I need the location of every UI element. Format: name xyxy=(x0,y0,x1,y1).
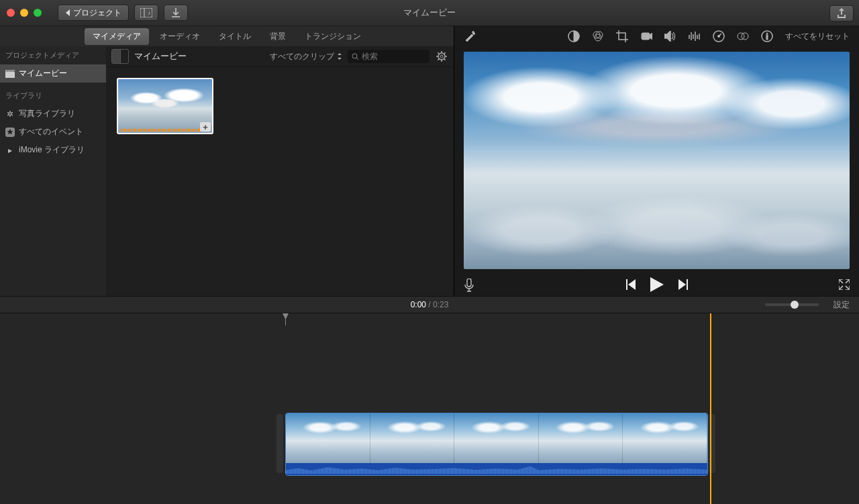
voiceover-button[interactable] xyxy=(464,279,476,291)
sidebar-item-imovie-library[interactable]: ▸ iMovie ライブラリ xyxy=(0,141,106,159)
disclosure-right-icon: ▸ xyxy=(5,146,15,155)
sidebar-header-library: ライブラリ xyxy=(0,87,106,105)
stabilization-button[interactable] xyxy=(640,30,652,42)
zoom-slider[interactable] xyxy=(765,303,819,306)
clapper-icon xyxy=(5,69,15,79)
preview-viewer[interactable] xyxy=(464,52,850,269)
svg-line-6 xyxy=(356,58,358,60)
filter-button[interactable] xyxy=(737,30,749,42)
crop-button[interactable] xyxy=(616,30,628,42)
titlebar: プロジェクト ♪ マイムービー xyxy=(0,0,859,26)
svg-point-27 xyxy=(766,33,768,34)
timeline-settings-button[interactable]: 設定 xyxy=(833,299,850,311)
svg-rect-29 xyxy=(467,279,471,287)
svg-rect-0 xyxy=(140,8,152,17)
sidebar-header-project-media: プロジェクトメディア xyxy=(0,46,106,64)
clips-grid: + xyxy=(106,67,454,145)
noise-reduction-button[interactable] xyxy=(689,30,701,42)
color-balance-button[interactable] xyxy=(568,30,580,42)
star-icon xyxy=(5,128,15,137)
playhead[interactable] xyxy=(710,313,711,504)
viewer-panel: すべてをリセット xyxy=(454,26,859,296)
updown-icon xyxy=(337,53,342,60)
tab-my-media[interactable]: マイメディア xyxy=(85,28,149,45)
prev-button[interactable] xyxy=(625,279,636,290)
sidebar-toggle[interactable] xyxy=(111,49,129,64)
close-window[interactable] xyxy=(7,9,15,17)
sidebar-item-label: iMovie ライブラリ xyxy=(19,144,85,156)
adjustment-toolbar: すべてをリセット xyxy=(454,26,859,46)
flower-icon: ✲ xyxy=(5,109,15,119)
filter-label: すべてのクリップ xyxy=(270,51,334,62)
svg-point-5 xyxy=(352,54,357,58)
playhead-start-marker[interactable] xyxy=(285,313,286,325)
svg-line-16 xyxy=(444,52,446,54)
svg-point-20 xyxy=(595,34,601,41)
timeline[interactable] xyxy=(0,313,859,504)
svg-line-14 xyxy=(444,59,446,60)
zoom-window[interactable] xyxy=(34,9,42,17)
search-placeholder: 検索 xyxy=(362,51,378,62)
enhance-button[interactable] xyxy=(464,30,476,42)
tab-titles[interactable]: タイトル xyxy=(211,28,259,45)
clip-filter-dropdown[interactable]: すべてのクリップ xyxy=(270,51,342,62)
playback-controls xyxy=(454,273,859,296)
reset-all-button[interactable]: すべてをリセット xyxy=(785,31,850,42)
clip-browser: マイムービー すべてのクリップ 検索 xyxy=(106,46,454,296)
current-time: 0:00 xyxy=(411,300,426,309)
svg-line-13 xyxy=(438,52,439,54)
svg-rect-3 xyxy=(5,72,15,78)
play-button[interactable] xyxy=(650,277,664,292)
import-button[interactable] xyxy=(164,5,188,21)
tab-audio[interactable]: オーディオ xyxy=(152,28,208,45)
svg-point-23 xyxy=(718,36,720,38)
svg-text:♪: ♪ xyxy=(148,10,150,16)
browser-settings-button[interactable] xyxy=(435,50,448,63)
clip-filmstrip xyxy=(286,413,707,463)
event-title: マイムービー xyxy=(134,50,187,62)
minimize-window[interactable] xyxy=(20,9,28,17)
add-clip-button[interactable]: + xyxy=(200,122,211,132)
svg-rect-21 xyxy=(642,33,650,40)
next-button[interactable] xyxy=(678,279,689,290)
window-controls xyxy=(7,9,42,17)
window-title: マイムービー xyxy=(0,7,859,19)
search-icon xyxy=(352,53,359,60)
svg-line-15 xyxy=(438,59,439,60)
clip-audio-waveform[interactable] xyxy=(286,463,707,475)
info-button[interactable] xyxy=(761,30,773,42)
zoom-knob[interactable] xyxy=(791,301,799,309)
search-field[interactable]: 検索 xyxy=(348,50,430,63)
back-projects-button[interactable]: プロジェクト xyxy=(58,5,129,21)
share-button[interactable] xyxy=(829,5,854,21)
clip-trim-handle-left[interactable] xyxy=(276,414,283,473)
media-clip[interactable]: + xyxy=(117,78,213,134)
volume-button[interactable] xyxy=(664,30,676,42)
sidebar-item-label: すべてのイベント xyxy=(19,126,83,138)
speed-button[interactable] xyxy=(713,30,725,42)
sidebar-item-all-events[interactable]: すべてのイベント xyxy=(0,123,106,141)
duration: 0:23 xyxy=(433,300,448,309)
sidebar-item-label: マイムービー xyxy=(19,68,67,79)
sidebar-item-photos[interactable]: ✲ 写真ライブラリ xyxy=(0,105,106,123)
svg-point-8 xyxy=(440,55,443,58)
svg-rect-28 xyxy=(766,35,768,40)
gear-icon xyxy=(436,51,447,62)
sidebar-item-label: 写真ライブラリ xyxy=(19,108,75,119)
tab-backgrounds[interactable]: 背景 xyxy=(262,28,294,45)
sidebar: プロジェクトメディア マイムービー ライブラリ ✲ 写真ライブラリ すべて xyxy=(0,46,106,296)
color-correction-button[interactable] xyxy=(592,30,604,42)
library-toggle-button[interactable]: ♪ xyxy=(134,5,158,21)
back-label: プロジェクト xyxy=(73,7,121,19)
timecode: 0:00 / 0:23 xyxy=(411,300,449,309)
media-tabs: マイメディア オーディオ タイトル 背景 トランジション xyxy=(0,26,454,46)
svg-point-25 xyxy=(742,33,748,40)
svg-point-24 xyxy=(738,33,744,40)
fullscreen-button[interactable] xyxy=(839,279,850,290)
clip-usage-bar xyxy=(121,129,200,132)
sidebar-item-project[interactable]: マイムービー xyxy=(0,64,106,83)
timeline-info-bar: 0:00 / 0:23 設定 xyxy=(0,296,859,313)
media-panel: マイメディア オーディオ タイトル 背景 トランジション プロジェクトメディア … xyxy=(0,26,454,296)
tab-transitions[interactable]: トランジション xyxy=(297,28,369,45)
timeline-clip[interactable] xyxy=(285,413,708,476)
